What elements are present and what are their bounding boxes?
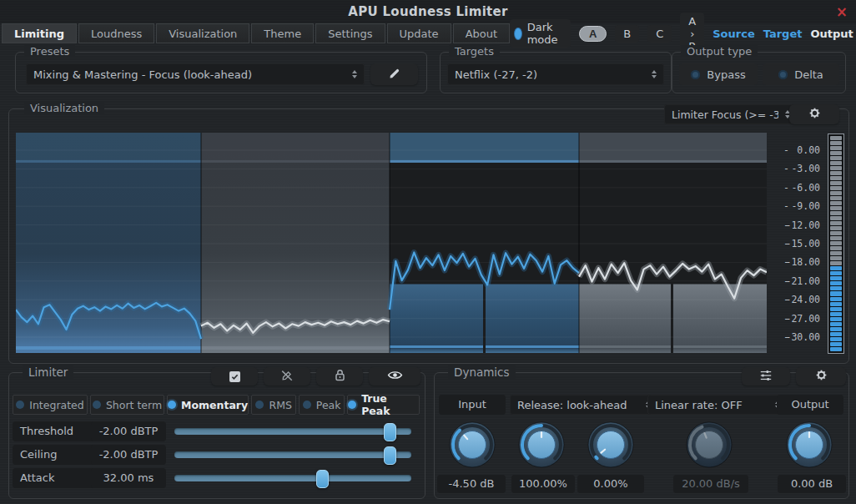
meter-segment: [830, 216, 842, 220]
meter-segment: [830, 186, 842, 190]
attack-slider[interactable]: [174, 468, 411, 488]
presets-group: Presets Mixing & Mastering - Focus (look…: [15, 52, 427, 93]
meter-segment: [830, 156, 842, 160]
meter-segment: [830, 317, 842, 321]
meter-segment: [830, 231, 842, 235]
slider-track: [174, 475, 411, 481]
pen-slash-icon: [280, 369, 294, 385]
pencil-icon: [388, 67, 401, 83]
target-select-value: Netflix (-27, -2): [455, 68, 537, 81]
targets-group: Targets Netflix (-27, -2): [440, 52, 672, 93]
tab-loudness[interactable]: Loudness: [78, 23, 154, 43]
linear-rate-knob[interactable]: [685, 421, 733, 469]
preset-edit-button[interactable]: [370, 63, 418, 85]
dynamics-amount-value[interactable]: 100.00%: [511, 475, 575, 493]
snapshot-a-button[interactable]: A: [579, 26, 607, 42]
bypass-label: Bypass: [707, 68, 745, 81]
link-disabled-button[interactable]: [264, 367, 310, 386]
meter-segment: [830, 226, 842, 230]
ceiling-slider[interactable]: [174, 445, 411, 465]
lock-button[interactable]: [316, 367, 363, 386]
tab-settings[interactable]: Settings: [315, 23, 385, 43]
limiter-enable-button[interactable]: [211, 367, 258, 386]
eye-icon: [387, 370, 403, 383]
slider-handle[interactable]: [384, 446, 396, 465]
slider-track: [174, 428, 411, 435]
spinner-icon: [352, 70, 357, 78]
dynamics-amount-knob[interactable]: [517, 421, 566, 469]
meter-segment: [830, 307, 842, 311]
snapshot-c-button[interactable]: C: [647, 25, 672, 43]
meter-segment: [830, 181, 842, 185]
mode-rms[interactable]: RMS: [251, 395, 296, 415]
output-section-button[interactable]: Output: [777, 395, 843, 415]
meter-segment: [830, 206, 842, 210]
input-gain-knob[interactable]: [448, 421, 496, 469]
tab-visualization[interactable]: Visualization: [156, 23, 249, 43]
top-controls: Dark mode A B C A › B Source Target Outp…: [510, 23, 856, 43]
viz-mode-select[interactable]: Limiter Focus (>= -30): [664, 104, 798, 124]
ceiling-label: Ceiling: [13, 445, 95, 465]
dark-mode-toggle[interactable]: Dark mode: [510, 19, 571, 48]
target-label[interactable]: Target: [763, 28, 803, 40]
tab-theme[interactable]: Theme: [251, 23, 314, 43]
slider-handle[interactable]: [316, 470, 329, 488]
dynamics-settings-button[interactable]: [796, 367, 846, 386]
meter-segment: [830, 241, 842, 245]
preset-select[interactable]: Mixing & Mastering - Focus (look-ahead): [26, 63, 365, 85]
release-select[interactable]: Release: look-ahead: [510, 395, 658, 415]
viz-settings-button[interactable]: [789, 104, 839, 124]
radio-dot-icon: [691, 70, 700, 79]
visibility-button[interactable]: [369, 367, 420, 386]
meter-segment: [830, 297, 842, 301]
snapshot-b-button[interactable]: B: [615, 25, 639, 43]
output-gain-value[interactable]: 0.00 dB: [778, 475, 846, 493]
target-select[interactable]: Netflix (-27, -2): [447, 63, 664, 85]
output-label[interactable]: Output: [810, 28, 853, 40]
source-label[interactable]: Source: [712, 28, 754, 40]
input-gain-value[interactable]: -4.50 dB: [437, 475, 506, 493]
tab-limiting[interactable]: Limiting: [2, 23, 77, 43]
meter-segment: [830, 266, 842, 270]
input-section-button[interactable]: Input: [439, 395, 506, 415]
title-bar: APU Loudness Limiter ×: [0, 0, 856, 23]
preset-select-value: Mixing & Mastering - Focus (look-ahead): [33, 68, 252, 81]
mode-integrated[interactable]: Integrated: [13, 395, 88, 415]
dynamics-mix-knob[interactable]: [587, 421, 635, 469]
linear-rate-select[interactable]: Linear rate: OFF: [647, 395, 788, 415]
meter-segment: [830, 347, 842, 351]
meter-segment: [830, 151, 842, 155]
delta-label: Delta: [794, 68, 823, 81]
dynamics-mixer-button[interactable]: [742, 367, 790, 386]
meter-segment: [830, 191, 842, 195]
linear-rate-value-box[interactable]: 20.00 dB/s: [673, 475, 748, 493]
mode-true-peak[interactable]: True Peak: [347, 395, 420, 415]
mode-momentary[interactable]: Momentary: [167, 395, 249, 415]
dynamics-mix-value[interactable]: 0.00%: [577, 475, 644, 493]
meter-segment: [830, 342, 842, 346]
mode-peak[interactable]: Peak: [299, 395, 345, 415]
attack-value[interactable]: 32.00 ms: [91, 468, 166, 488]
dynamics-group: Dynamics: [434, 372, 849, 499]
threshold-value[interactable]: -2.00 dBTP: [91, 421, 166, 441]
meter-segment: [830, 261, 842, 265]
mode-short-term[interactable]: Short term: [90, 395, 164, 415]
meter-segment: [830, 246, 842, 250]
mode-label: RMS: [269, 399, 291, 411]
tab-about[interactable]: About: [453, 23, 510, 43]
delta-radio[interactable]: Delta: [763, 63, 839, 85]
output-gain-knob[interactable]: [785, 421, 833, 469]
meter-segment: [830, 276, 842, 280]
radio-dot-icon: [348, 401, 356, 409]
threshold-slider[interactable]: [174, 421, 411, 441]
slider-handle[interactable]: [384, 423, 396, 441]
tab-update[interactable]: Update: [387, 23, 451, 43]
mode-label: True Peak: [361, 392, 419, 417]
spinner-icon: [652, 70, 657, 78]
output-type-legend: Output type: [681, 45, 758, 58]
meter-segment: [830, 141, 842, 145]
meter-segment: [830, 176, 842, 180]
bypass-radio[interactable]: Bypass: [679, 63, 758, 85]
ceiling-value[interactable]: -2.00 dBTP: [91, 445, 166, 465]
close-icon[interactable]: ×: [836, 3, 848, 20]
